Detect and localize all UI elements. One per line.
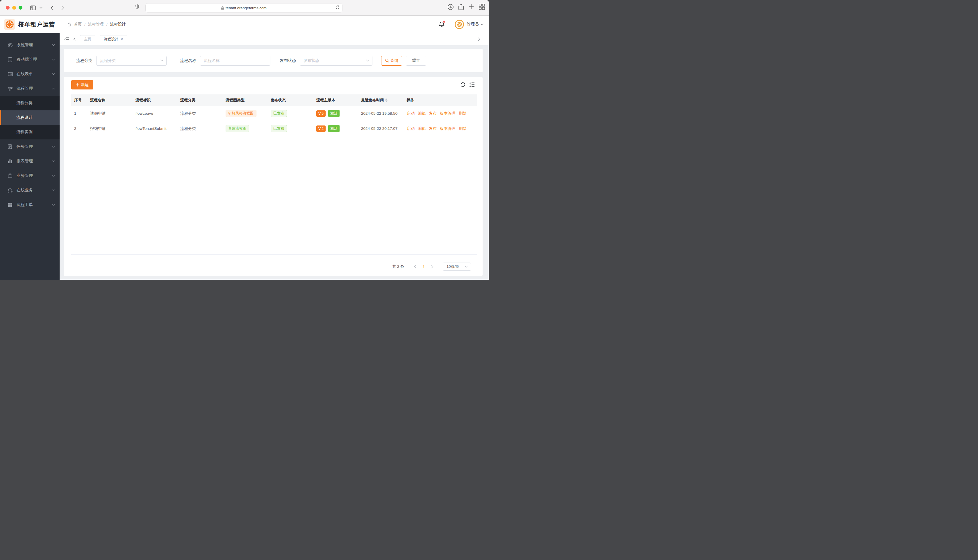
close-tab-icon[interactable]: ✕ [120,37,123,41]
flow-name-input[interactable] [204,58,267,63]
mobile-icon [8,57,13,62]
document-icon [8,144,13,149]
action-edit[interactable]: 编辑 [418,126,426,131]
sidebar-item-flow-management[interactable]: 流程管理 [0,81,60,96]
action-publish[interactable]: 发布 [429,126,437,131]
header-right: 管理员 [439,20,484,29]
username[interactable]: 管理员 [466,22,479,27]
status-select[interactable]: 发布状态 [300,56,373,66]
page-size-value: 10条/页 [446,264,459,269]
action-version-manage[interactable]: 版本管理 [440,111,456,116]
category-select[interactable]: 流程分类 [96,56,167,66]
chevron-down-icon [465,266,468,268]
reload-icon[interactable] [336,5,339,10]
action-start[interactable]: 启动 [407,111,415,116]
sidebar-item-task-management[interactable]: 任务管理 [0,139,60,154]
tab-label: 流程设计 [104,37,118,42]
sidebar-item-flow-instance[interactable]: 流程实例 [0,125,60,139]
action-delete[interactable]: 删除 [459,126,466,131]
sidebar-item-online-forms[interactable]: 在线表单 [0,67,60,81]
browser-sidebar-icon[interactable] [29,4,37,12]
sidebar-item-business-management[interactable]: 业务管理 [0,168,60,183]
query-button[interactable]: 查询 [381,56,402,66]
sidebar-item-system[interactable]: 系统管理 [0,38,60,52]
sub-item-label: 流程分类 [16,100,33,106]
cell-flow-name: 报销申请 [87,126,132,131]
action-delete[interactable]: 删除 [459,111,466,116]
action-start[interactable]: 启动 [407,126,415,131]
col-header-sortable[interactable]: 最近发布时间 [358,98,404,103]
sort-caret-icon[interactable] [385,98,388,102]
notification-bell-icon[interactable] [439,22,445,27]
sidebar-item-online-business[interactable]: 在线业务 [0,183,60,198]
back-button[interactable] [48,4,56,12]
sidebar-item-report-management[interactable]: 报表管理 [0,154,60,168]
select-placeholder: 发布状态 [304,58,319,63]
tab-scroll-left-icon[interactable] [73,37,75,41]
share-icon[interactable] [458,4,464,10]
sub-item-label: 流程设计 [16,115,33,120]
reset-button[interactable]: 重置 [406,56,426,66]
sidebar-item-flow-category[interactable]: 流程分类 [0,96,60,110]
table-row: 2 报销申请 flowTenantSubmit 流程分类 普通流程图 已发布 V… [71,121,477,136]
action-publish[interactable]: 发布 [429,111,437,116]
sidebar-item-flow-workorder[interactable]: 流程工单 [0,198,60,212]
page-number[interactable]: 1 [420,265,428,269]
sidebar-item-flow-design[interactable]: 流程设计 [0,110,60,125]
diagram-type-tag: 钉钉风格流程图 [226,110,256,117]
user-menu-chevron-icon[interactable] [481,23,484,25]
collapse-menu-icon[interactable] [65,37,69,41]
tab-label: 主页 [84,37,91,42]
col-header: 流程名称 [87,98,132,103]
col-header-label: 最近发布时间 [361,98,384,103]
address-bar[interactable]: tenant.orangeforms.com [145,3,343,12]
sliders-icon [8,86,13,91]
new-button[interactable]: 新建 [71,80,93,90]
tab-scroll-right-icon[interactable] [478,37,480,41]
row-height-icon[interactable] [469,82,475,87]
filter-category-label: 流程分类 [76,58,92,63]
downloads-icon[interactable] [447,4,454,10]
breadcrumb-current: 流程设计 [110,22,126,27]
zoom-window-button[interactable] [18,6,22,10]
chevron-down-icon[interactable] [37,4,45,12]
plus-icon [76,83,79,87]
grid-icon [8,202,13,207]
version-badge: V:5 [316,110,326,117]
prev-page-icon[interactable] [411,265,420,268]
forward-button[interactable] [59,4,67,12]
flow-name-input-wrap [200,56,270,66]
chevron-up-icon [52,88,55,90]
bar-chart-icon [8,159,13,164]
action-version-manage[interactable]: 版本管理 [440,126,456,131]
url-text: tenant.orangeforms.com [226,6,267,10]
chevron-down-icon [52,175,55,177]
tab-overview-icon[interactable] [479,4,485,10]
close-window-button[interactable] [6,6,10,10]
next-page-icon[interactable] [428,265,437,268]
chevron-down-icon [52,44,55,46]
refresh-icon[interactable] [460,82,465,87]
new-tab-icon[interactable] [468,4,474,10]
sub-item-label: 流程实例 [16,130,33,135]
breadcrumb-level1[interactable]: 流程管理 [88,22,104,27]
browser-window: tenant.orangeforms.com 橙单租户运营 [0,0,489,280]
lock-icon [221,6,224,10]
app-header: 橙单租户运营 首页 / 流程管理 / 流程设计 管理员 [0,16,489,33]
table-tools [460,82,475,87]
sidebar-item-label: 流程管理 [17,86,52,91]
tab-home[interactable]: 主页 [80,35,95,43]
breadcrumb-home[interactable]: 首页 [74,22,82,27]
action-edit[interactable]: 编辑 [418,111,426,116]
table-panel: 新建 序号 流程名称 流程标识 流程分类 流程图类型 发布状态 流程 [64,77,483,276]
sidebar-item-mobile[interactable]: 移动端管理 [0,52,60,67]
cell-index: 2 [71,127,87,131]
tab-flow-design[interactable]: 流程设计 ✕ [100,35,127,43]
minimize-window-button[interactable] [12,6,16,10]
privacy-shield-icon[interactable] [135,4,139,9]
avatar[interactable] [455,20,464,29]
page-size-select[interactable]: 10条/页 [443,263,471,271]
filter-panel: 流程分类 流程分类 流程名称 发布状态 发布状态 查询 重置 [64,49,483,72]
cell-flow-key: flowTenantSubmit [132,127,177,131]
cell-index: 1 [71,111,87,116]
